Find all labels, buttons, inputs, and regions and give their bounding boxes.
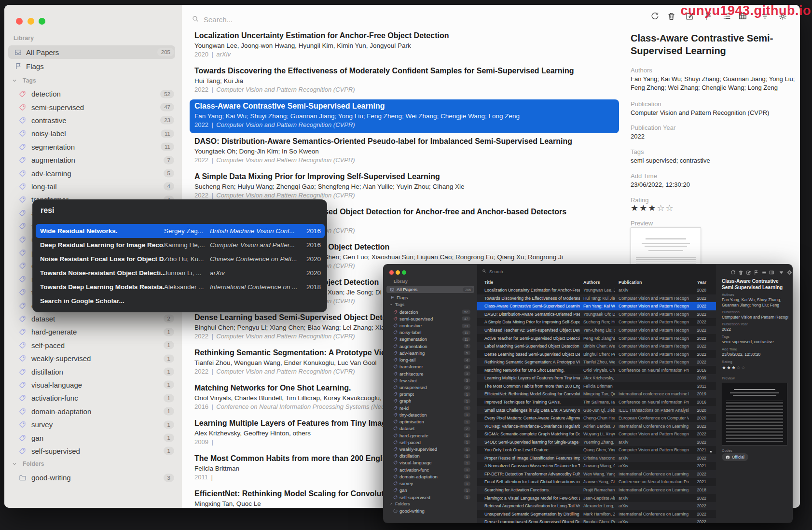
column-header-year[interactable]: Year	[688, 280, 706, 285]
flag-icon[interactable]	[754, 268, 759, 277]
table-row[interactable]: Proper Reuse of Image Classification Fea…	[477, 454, 716, 462]
search-result-row[interactable]: Towards Deep Learning Models Resista...A…	[36, 280, 325, 294]
paper-row[interactable]: A Simple Data Mixing Prior for Improving…	[190, 170, 619, 204]
sidebar-tag-re-id[interactable]: re-id1	[384, 404, 477, 411]
table-row[interactable]: SIGMA: Semantic-complete Graph Matching …	[477, 430, 716, 438]
sidebar-tag-hard-generate[interactable]: hard-generate1	[4, 325, 182, 338]
sidebar-tag-long-tail[interactable]: long-tail4	[4, 180, 182, 193]
zoom-window-button[interactable]	[402, 270, 406, 275]
star-empty[interactable]: ☆	[657, 203, 665, 213]
sidebar-tag-distillation[interactable]: distillation1	[4, 365, 182, 378]
table-row[interactable]: You Only Look One-Level Feature.Qiang Ch…	[477, 446, 716, 454]
table-row[interactable]: DASO: Distribution-Aware Semantics-Orien…	[477, 310, 716, 319]
sidebar-tag-self-paced[interactable]: self-paced1	[4, 339, 182, 352]
star-filled[interactable]: ★	[731, 365, 736, 370]
sidebar-tag-distillation[interactable]: distillation1	[384, 453, 477, 460]
search-result-row[interactable]: Deep Residual Learning for Image Reco...…	[36, 238, 325, 252]
trash-icon[interactable]	[667, 12, 676, 23]
sidebar-tag-dataset[interactable]: dataset2	[384, 425, 477, 432]
table-row[interactable]: Searching for Activation Functions.Praji…	[477, 486, 716, 494]
paper-row[interactable]: Class-Aware Contrastive Semi-Supervised …	[190, 99, 619, 133]
refresh-icon[interactable]	[650, 12, 660, 23]
sidebar-tag-domain-adaptation[interactable]: domain-adaptation1	[4, 405, 182, 418]
sidebar-tag-weakly-supervised[interactable]: weakly-supervised1	[4, 352, 182, 365]
sidebar-tag-survey[interactable]: survey1	[384, 480, 477, 487]
filter-icon[interactable]	[779, 268, 784, 277]
sidebar-tag-self-paced[interactable]: self-paced1	[384, 439, 477, 446]
rating-stars[interactable]: ★★★☆☆	[631, 203, 674, 213]
search-result-row[interactable]: Noise Resistant Focal Loss for Object D.…	[36, 252, 325, 266]
sidebar-tag-activation-func[interactable]: activation-func1	[384, 466, 477, 473]
sidebar-tag-weakly-supervised[interactable]: weakly-supervised1	[384, 446, 477, 452]
folders-section-header[interactable]: Folders	[384, 501, 477, 507]
sidebar-item-all-papers[interactable]: All Papers 205	[4, 45, 182, 59]
sidebar-item-flags[interactable]: Flags	[4, 60, 182, 72]
table-row[interactable]: A Normalized Gaussian Wasserstein Distan…	[477, 462, 716, 470]
sidebar-tag-dataset[interactable]: dataset2	[4, 312, 182, 325]
column-header-title[interactable]: Title	[484, 280, 493, 285]
list-view-icon[interactable]	[761, 268, 767, 277]
sidebar-tag-architecture[interactable]: architecture3	[384, 370, 477, 377]
zoom-window-button[interactable]	[39, 18, 45, 25]
table-row[interactable]: Matching Networks for One Shot Learning.…	[477, 366, 716, 375]
tags-section-header[interactable]: Tags	[4, 75, 182, 86]
star-empty[interactable]: ☆	[736, 365, 741, 370]
sidebar-tag-contrastive[interactable]: contrastive23	[4, 114, 182, 127]
search-google-scholar[interactable]: Search in Google Scholar...	[36, 294, 325, 308]
settings-icon[interactable]	[787, 268, 792, 277]
table-row[interactable]: Rethinking Semantic Segmentation: A Prot…	[477, 358, 716, 366]
sidebar-tag-hard-generate[interactable]: hard-generate1	[384, 432, 477, 439]
sidebar-folder-good-writing[interactable]: good-writing 3	[4, 471, 182, 484]
table-row[interactable]: EfficientNet: Rethinking Model Scaling f…	[477, 390, 716, 398]
table-row[interactable]: Label Matching Semi-Supervised Object De…	[477, 342, 716, 350]
table-row[interactable]: The Most Common Habits from more than 20…	[477, 382, 716, 391]
sidebar-tag-augmentation[interactable]: augmentation7	[4, 153, 182, 167]
table-row[interactable]: S4OD: Semi-Supervised learning for Singl…	[477, 438, 716, 446]
table-row[interactable]: A Simple Data Mixing Prior for Improving…	[477, 318, 716, 326]
table-row[interactable]: Class-Aware Contrastive Semi-Supervised …	[477, 302, 716, 310]
table-row[interactable]: Localization Uncertainty Estimation for …	[477, 286, 716, 294]
star-filled[interactable]: ★	[631, 203, 639, 213]
table-row[interactable]: Learning Multiple Layers of Features fro…	[477, 374, 716, 382]
table-row[interactable]: Focal Self-attention for Local-Global In…	[477, 478, 716, 486]
star-empty[interactable]: ☆	[666, 203, 674, 213]
table-row[interactable]: Dense Learning based Semi-Supervised Obj…	[477, 350, 716, 358]
table-row[interactable]: Flamingo: a Visual Language Model for Fe…	[477, 494, 716, 502]
refresh-icon[interactable]	[730, 268, 736, 277]
sidebar-item-all-papers[interactable]: All Papers 205	[384, 286, 477, 293]
sidebar-tag-detection[interactable]: detection52	[384, 308, 477, 315]
column-header-authors[interactable]: Authors	[583, 280, 600, 285]
sidebar-tag-contrastive[interactable]: contrastive23	[384, 322, 477, 329]
table-row[interactable]: Active Teacher for Semi-Supervised Objec…	[477, 334, 716, 342]
sidebar-tag-segmentation[interactable]: segmentation11	[384, 336, 477, 343]
table-row[interactable]: FP-DETR: Detection Transformer Advancedb…	[477, 470, 716, 478]
close-window-button[interactable]	[389, 270, 394, 275]
sidebar-tag-domain-adaptation[interactable]: domain-adaptation1	[384, 473, 477, 480]
star-filled[interactable]: ★	[639, 203, 648, 213]
paper-row[interactable]: Towards Discovering the Effectiveness of…	[190, 64, 619, 98]
sidebar-tag-visual-language[interactable]: visual-language1	[4, 378, 182, 391]
sidebar-tag-self-supervised[interactable]: self-supervised1	[384, 494, 477, 501]
sidebar-item-flags[interactable]: Flags	[384, 294, 477, 301]
sidebar-tag-adv-learning[interactable]: adv-learning5	[4, 167, 182, 180]
paper-row[interactable]: DASO: Distribution-Aware Semantics-Orien…	[190, 135, 619, 168]
table-view-icon[interactable]	[769, 268, 774, 277]
trash-icon[interactable]	[738, 268, 743, 277]
table-row[interactable]: Towards Discovering the Effectiveness of…	[477, 294, 716, 303]
sidebar-tag-adv-learning[interactable]: adv-learning5	[384, 349, 477, 356]
column-header-publication[interactable]: Publication	[619, 280, 642, 285]
sidebar-tag-tiny-detection[interactable]: tiny-detection1	[384, 411, 477, 418]
star-filled[interactable]: ★	[727, 365, 731, 370]
table-row[interactable]: Unsupervised Semantic Segmentation by Di…	[477, 510, 716, 518]
sidebar-tag-semi-supervised[interactable]: semi-supervised47	[384, 315, 477, 322]
star-filled[interactable]: ★	[648, 203, 657, 213]
sidebar-tag-graph[interactable]: graph1	[384, 398, 477, 404]
minimize-window-button[interactable]	[28, 18, 34, 25]
sidebar-tag-prompt[interactable]: prompt1	[384, 391, 477, 398]
tags-section-header[interactable]: Tags	[384, 301, 477, 307]
preview-thumbnail[interactable]	[722, 383, 787, 446]
sidebar-tag-detection[interactable]: detection52	[4, 87, 182, 100]
star-filled[interactable]: ★	[722, 365, 727, 370]
search-input[interactable]: Search...	[482, 269, 507, 274]
quick-search-input[interactable]: resi	[41, 206, 54, 215]
